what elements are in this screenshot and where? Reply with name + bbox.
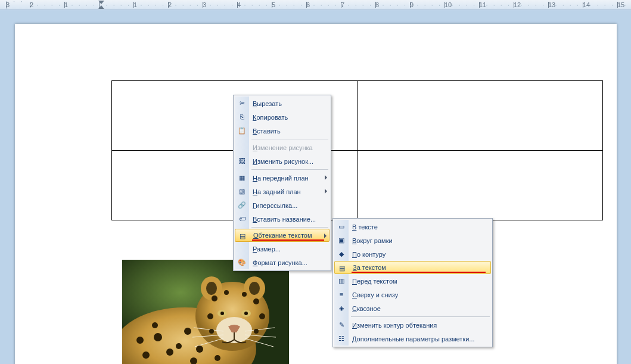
menu-label: Формат рисунка...: [253, 259, 307, 266]
menu-separator: [251, 139, 328, 139]
menu-label: В тексте: [352, 223, 378, 231]
svg-point-9: [220, 312, 224, 315]
svg-point-22: [259, 313, 265, 319]
svg-point-23: [207, 313, 213, 319]
svg-point-26: [136, 337, 144, 344]
wrap-item-inline[interactable]: ▭В тексте: [334, 220, 491, 234]
menu-label: Копировать: [253, 114, 288, 121]
copy-icon: ⎘: [237, 112, 247, 122]
menu-item-paste[interactable]: 📋Вставить: [235, 124, 330, 138]
menu-item-bring-front[interactable]: ▦На передний план: [235, 171, 330, 185]
submenu-arrow-icon: [324, 234, 327, 238]
menu-label: По контуру: [352, 251, 386, 258]
menu-separator: [351, 316, 490, 317]
wrap-topbottom-icon: ≡: [337, 290, 346, 299]
svg-point-15: [184, 328, 191, 335]
svg-point-4: [206, 282, 217, 295]
menu-item-cut[interactable]: ✂Вырезать: [235, 97, 330, 110]
menu-item-size[interactable]: Размер...: [235, 242, 330, 256]
menu-label: Вырезать: [253, 100, 282, 107]
menu-separator: [251, 169, 328, 170]
svg-point-13: [166, 349, 173, 356]
menu-label: Дополнительные параметры разметки...: [352, 335, 475, 343]
wrap-item-top-bottom[interactable]: ≡Сверху и снизу: [334, 288, 491, 301]
svg-point-27: [152, 322, 158, 328]
wrap-item-edit-points[interactable]: ✎Изменить контур обтекания: [334, 318, 491, 332]
wrap-item-tight[interactable]: ◆По контуру: [334, 247, 491, 261]
wrap-icon: ▤: [238, 231, 247, 241]
menu-separator: [251, 227, 328, 228]
leopard-image-content: [122, 260, 289, 364]
svg-point-17: [196, 346, 203, 353]
scissors-icon: ✂: [237, 98, 247, 108]
wrap-inline-icon: ▭: [337, 222, 346, 231]
format-picture-icon: 🎨: [237, 257, 247, 267]
menu-label: Вокруг рамки: [352, 237, 393, 244]
indent-marker-icon[interactable]: [98, 1, 104, 9]
svg-point-12: [154, 333, 162, 341]
svg-point-14: [142, 351, 150, 359]
menu-item-send-back[interactable]: ▧На задний план: [235, 185, 330, 198]
menu-label: Изменение рисунка: [253, 144, 313, 151]
wrap-item-front[interactable]: ▥Перед текстом: [334, 274, 491, 288]
menu-label: Сверху и снизу: [352, 291, 398, 298]
wrap-through-icon: ◈: [337, 303, 346, 313]
wrap-item-through[interactable]: ◈Сквозное: [334, 301, 491, 315]
wrap-tight-icon: ◆: [337, 249, 346, 259]
leopard-image[interactable]: [122, 260, 289, 364]
document-table[interactable]: [111, 80, 603, 220]
menu-label: Изменить контур обтекания: [352, 322, 437, 329]
menu-label: На задний план: [253, 188, 301, 195]
menu-item-text-wrapping[interactable]: ▤Обтекание текстом: [235, 229, 330, 242]
svg-point-29: [215, 355, 220, 361]
svg-point-25: [254, 329, 259, 334]
svg-point-11: [244, 312, 248, 315]
svg-point-6: [249, 282, 260, 295]
menu-label: За текстом: [353, 264, 386, 271]
hyperlink-icon: 🔗: [237, 200, 247, 210]
picture-swap-icon: 🖼: [237, 156, 247, 166]
menu-item-change-image[interactable]: 🖼Изменить рисунок...: [235, 154, 330, 168]
menu-label: Вставить: [253, 127, 281, 135]
submenu-arrow-icon: [325, 175, 327, 180]
svg-point-18: [212, 295, 217, 301]
table-row[interactable]: [112, 151, 603, 220]
send-back-icon: ▧: [237, 186, 247, 196]
svg-point-21: [253, 298, 259, 304]
svg-point-16: [176, 343, 182, 349]
submenu-arrow-icon: [325, 189, 327, 194]
svg-point-20: [242, 292, 247, 297]
wrap-square-icon: ▣: [337, 235, 346, 245]
menu-item-edit-image: Изменение рисунка: [235, 141, 330, 154]
menu-item-format-picture[interactable]: 🎨Формат рисунка...: [235, 256, 330, 269]
menu-item-copy[interactable]: ⎘Копировать: [235, 110, 330, 124]
paste-icon: 📋: [237, 126, 247, 135]
context-menu: ✂Вырезать ⎘Копировать 📋Вставить Изменени…: [233, 95, 331, 271]
caption-icon: 🏷: [237, 214, 247, 223]
text-wrapping-submenu: ▭В тексте ▣Вокруг рамки ◆По контуру ▤За …: [332, 218, 493, 347]
wrap-item-square[interactable]: ▣Вокруг рамки: [334, 234, 491, 247]
wrap-item-behind-text[interactable]: ▤За текстом: [334, 261, 491, 274]
menu-label: Изменить рисунок...: [253, 158, 313, 165]
wrap-behind-icon: ▤: [337, 263, 347, 273]
horizontal-ruler[interactable]: 3 2 1 1 2 3 4 5 6 7 8 9 10 11 12 13 14 1…: [0, 0, 631, 10]
menu-label: Перед текстом: [352, 278, 397, 285]
menu-label: Обтекание текстом: [253, 232, 312, 239]
menu-label: Гиперссылка...: [253, 202, 297, 209]
wrap-item-more-layout[interactable]: ☷Дополнительные параметры разметки...: [334, 332, 491, 346]
menu-label: Вставить название...: [253, 216, 316, 223]
table-row[interactable]: [112, 81, 603, 151]
svg-point-24: [209, 329, 214, 334]
edit-wrap-points-icon: ✎: [337, 320, 346, 329]
menu-item-hyperlink[interactable]: 🔗Гиперссылка...: [235, 198, 330, 212]
svg-point-19: [224, 290, 229, 295]
wrap-front-icon: ▥: [337, 276, 346, 285]
menu-label: На передний план: [253, 175, 309, 182]
bring-front-icon: ▦: [237, 173, 247, 182]
menu-label: Размер...: [253, 245, 281, 253]
menu-item-caption[interactable]: 🏷Вставить название...: [235, 212, 330, 226]
menu-label: Сквозное: [352, 305, 381, 312]
more-layout-icon: ☷: [337, 334, 346, 343]
